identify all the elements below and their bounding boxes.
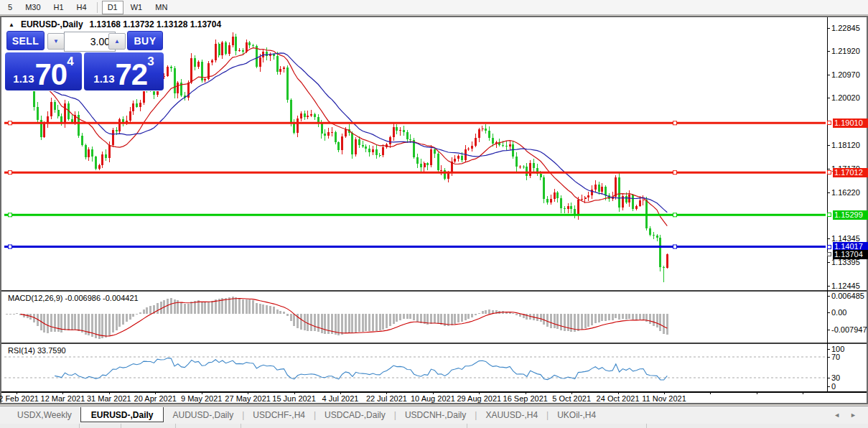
candle-down bbox=[444, 170, 446, 180]
candle-down bbox=[321, 124, 323, 134]
chart-title: ▲ EURUSD-,Daily 1.13168 1.13732 1.13128 … bbox=[9, 19, 221, 29]
timeframe-button-5[interactable]: 5 bbox=[2, 1, 18, 14]
macd-histogram-bar bbox=[461, 314, 463, 322]
lot-decrease-button[interactable]: ▼ bbox=[47, 33, 65, 50]
macd-histogram-bar bbox=[515, 314, 518, 315]
candle-down bbox=[136, 103, 138, 107]
candle-down bbox=[492, 138, 494, 144]
timeframe-button-h1[interactable]: H1 bbox=[48, 1, 70, 14]
price-axis-tick bbox=[827, 262, 830, 263]
candle-down bbox=[653, 235, 655, 236]
macd-histogram-bar bbox=[554, 314, 556, 328]
chart-tab-audusd-[interactable]: AUDUSD-,Daily bbox=[164, 407, 242, 423]
macd-histogram-bar bbox=[454, 314, 456, 324]
timeframe-button-mn[interactable]: MN bbox=[149, 1, 173, 14]
candle-down bbox=[81, 136, 83, 145]
candle-down bbox=[426, 163, 429, 165]
timeframe-button-w1[interactable]: W1 bbox=[125, 1, 149, 14]
line-anchor-handle[interactable] bbox=[9, 213, 12, 217]
candle-up bbox=[101, 154, 103, 166]
candle-down bbox=[543, 177, 545, 199]
line-anchor-handle[interactable] bbox=[827, 121, 831, 125]
rsi-indicator-canvas[interactable] bbox=[4, 344, 826, 391]
candle-up bbox=[118, 119, 121, 131]
line-anchor-handle[interactable] bbox=[673, 245, 677, 248]
macd-histogram-bar bbox=[475, 314, 477, 315]
candle-down bbox=[95, 157, 97, 169]
candle-up bbox=[478, 129, 480, 138]
macd-histogram-bar bbox=[618, 314, 620, 320]
line-anchor-handle[interactable] bbox=[827, 170, 831, 175]
tab-scroll-controls: ◄► bbox=[834, 411, 868, 419]
line-anchor-handle[interactable] bbox=[673, 213, 677, 217]
triangle-up-icon: ▲ bbox=[114, 39, 120, 45]
timeframe-button-h4[interactable]: H4 bbox=[71, 1, 93, 14]
chart-tab-usdcad-[interactable]: USDCAD-,Daily bbox=[316, 407, 394, 423]
chart-tab-usdx[interactable]: USDX,Weekly bbox=[9, 407, 80, 423]
candle-down bbox=[505, 146, 508, 147]
macd-histogram-bar bbox=[560, 314, 562, 330]
line-anchor-handle[interactable] bbox=[9, 121, 12, 125]
candle-down bbox=[335, 132, 337, 143]
date-axis-label: 15 Jun 2021 bbox=[272, 394, 316, 403]
macd-histogram-bar bbox=[389, 314, 391, 326]
line-anchor-handle[interactable] bbox=[827, 213, 831, 217]
macd-histogram-bar bbox=[653, 314, 655, 326]
candle-down bbox=[362, 145, 364, 146]
buy-price-display[interactable]: 1.13 72 3 bbox=[84, 52, 164, 90]
macd-histogram-bar bbox=[180, 302, 182, 314]
buy-price-sup: 3 bbox=[147, 55, 154, 69]
line-anchor-handle[interactable] bbox=[827, 252, 831, 256]
collapse-panel-icon[interactable]: ▲ bbox=[9, 22, 14, 28]
lot-increase-button[interactable]: ▲ bbox=[108, 33, 126, 50]
sell-price-display[interactable]: 1.13 70 4 bbox=[5, 52, 82, 90]
candle-up bbox=[307, 116, 309, 117]
line-anchor-handle[interactable] bbox=[673, 171, 677, 175]
macd-axis-tick-label: -0.007947 bbox=[831, 325, 867, 334]
macd-histogram-bar bbox=[116, 314, 118, 330]
line-anchor-handle[interactable] bbox=[827, 245, 831, 249]
candle-up bbox=[197, 62, 200, 66]
candle-down bbox=[570, 206, 572, 210]
chart-tab-xauusd-[interactable]: XAUUSD-,H4 bbox=[477, 407, 546, 423]
chart-tab-usdcnh-[interactable]: USDCNH-,Daily bbox=[396, 407, 475, 423]
chart-tab-usdchf-[interactable]: USDCHF-,H4 bbox=[244, 407, 314, 423]
scroll-right-icon[interactable]: ► bbox=[850, 411, 857, 419]
macd-histogram-bar bbox=[351, 314, 353, 333]
candle-up bbox=[424, 163, 426, 167]
macd-histogram-bar bbox=[550, 314, 552, 328]
chart-tab-eurusd-[interactable]: EURUSD-,Daily bbox=[80, 407, 164, 422]
candle-down bbox=[649, 228, 651, 236]
candle-up bbox=[279, 69, 281, 72]
line-anchor-handle[interactable] bbox=[9, 171, 12, 175]
date-axis-tick bbox=[17, 392, 17, 394]
scroll-left-icon[interactable]: ◄ bbox=[834, 411, 840, 419]
candle-up bbox=[232, 37, 234, 45]
macd-histogram-bar bbox=[372, 314, 374, 331]
macd-histogram-bar bbox=[207, 302, 210, 314]
candle-up bbox=[440, 170, 442, 171]
buy-button[interactable]: BUY bbox=[127, 31, 163, 50]
sell-button[interactable]: SELL bbox=[6, 31, 45, 50]
line-anchor-handle[interactable] bbox=[673, 121, 677, 125]
candle-down bbox=[396, 127, 398, 131]
macd-histogram-bar bbox=[471, 314, 473, 317]
panel-separator[interactable] bbox=[1, 343, 867, 344]
date-axis-tick bbox=[386, 392, 387, 394]
panel-separator[interactable] bbox=[1, 290, 867, 292]
line-anchor-handle[interactable] bbox=[9, 245, 12, 248]
date-axis-tick bbox=[757, 392, 757, 394]
candle-up bbox=[283, 68, 285, 69]
macd-histogram-bar bbox=[526, 314, 528, 320]
timeframe-button-m30[interactable]: M30 bbox=[19, 1, 46, 14]
macd-histogram-bar bbox=[355, 314, 357, 332]
status-strip-divider bbox=[646, 424, 647, 428]
candle-up bbox=[635, 206, 638, 209]
timeframe-button-d1[interactable]: D1 bbox=[102, 1, 123, 14]
candle-up bbox=[331, 132, 333, 133]
macd-histogram-bar bbox=[64, 314, 66, 330]
date-axis-label: 20 Apr 2021 bbox=[134, 394, 177, 403]
macd-histogram-bar bbox=[375, 314, 378, 331]
chart-tab-ukoil-[interactable]: UKOil-,H4 bbox=[549, 407, 605, 423]
date-axis-label: 11 Nov 2021 bbox=[642, 394, 686, 403]
